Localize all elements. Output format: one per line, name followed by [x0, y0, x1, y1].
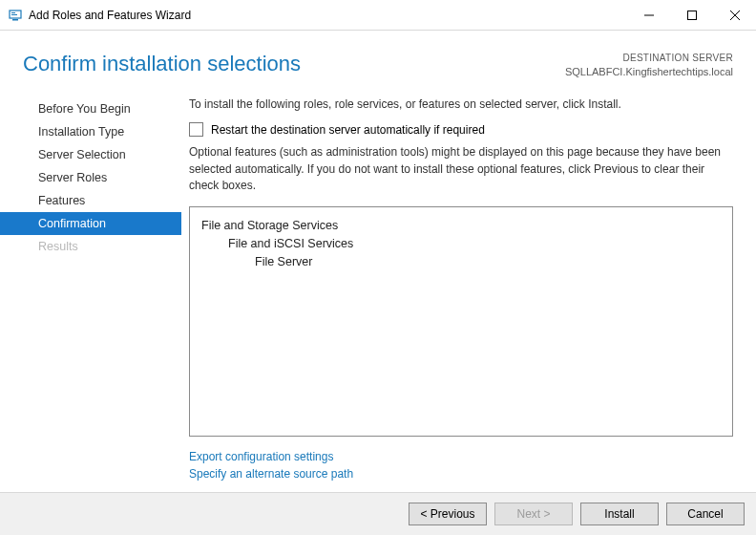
- close-button[interactable]: [713, 0, 756, 30]
- sidebar-step-confirmation[interactable]: Confirmation: [0, 212, 181, 235]
- action-links: Export configuration settings Specify an…: [189, 448, 733, 482]
- svg-rect-3: [11, 14, 17, 15]
- alternate-source-link[interactable]: Specify an alternate source path: [189, 465, 733, 482]
- previous-button[interactable]: < Previous: [409, 503, 487, 525]
- wizard-footer: < Previous Next > Install Cancel: [0, 492, 756, 535]
- sidebar-step-server-roles[interactable]: Server Roles: [0, 166, 181, 189]
- next-button: Next >: [494, 503, 573, 525]
- sidebar-step-installation-type[interactable]: Installation Type: [0, 120, 181, 143]
- restart-checkbox[interactable]: [189, 122, 203, 137]
- destination-server-name: SQLLABFCI.Kingfishertechtips.local: [565, 65, 733, 79]
- svg-rect-1: [12, 19, 18, 21]
- minimize-button[interactable]: [627, 0, 670, 30]
- page-title: Confirm installation selections: [23, 52, 565, 76]
- app-icon: [8, 8, 23, 23]
- sidebar-step-server-selection[interactable]: Server Selection: [0, 143, 181, 166]
- wizard-header: Confirm installation selections DESTINAT…: [0, 31, 756, 86]
- cancel-button[interactable]: Cancel: [666, 503, 745, 525]
- content-area: To install the following roles, role ser…: [181, 86, 756, 492]
- intro-text: To install the following roles, role ser…: [189, 97, 733, 111]
- restart-checkbox-label: Restart the destination server automatic…: [211, 123, 485, 137]
- svg-rect-5: [687, 11, 696, 19]
- svg-rect-2: [11, 12, 15, 13]
- install-button[interactable]: Install: [580, 503, 659, 525]
- sidebar-step-results: Results: [0, 235, 181, 258]
- steps-sidebar: Before You BeginInstallation TypeServer …: [0, 86, 181, 492]
- feature-item: File and Storage Services: [201, 217, 721, 235]
- sidebar-step-before-you-begin[interactable]: Before You Begin: [0, 97, 181, 120]
- destination-server-block: DESTINATION SERVER SQLLABFCI.Kingfishert…: [565, 52, 733, 78]
- optional-features-note: Optional features (such as administratio…: [189, 144, 733, 194]
- feature-item: File Server: [201, 253, 721, 271]
- window-title: Add Roles and Features Wizard: [29, 9, 627, 22]
- selections-list: File and Storage ServicesFile and iSCSI …: [189, 206, 733, 437]
- window-controls: [627, 0, 756, 30]
- destination-label: DESTINATION SERVER: [565, 52, 733, 65]
- export-config-link[interactable]: Export configuration settings: [189, 448, 733, 465]
- title-bar: Add Roles and Features Wizard: [0, 0, 756, 31]
- maximize-button[interactable]: [670, 0, 713, 30]
- restart-option-row: Restart the destination server automatic…: [189, 122, 733, 137]
- sidebar-step-features[interactable]: Features: [0, 189, 181, 212]
- feature-item: File and iSCSI Services: [201, 235, 721, 253]
